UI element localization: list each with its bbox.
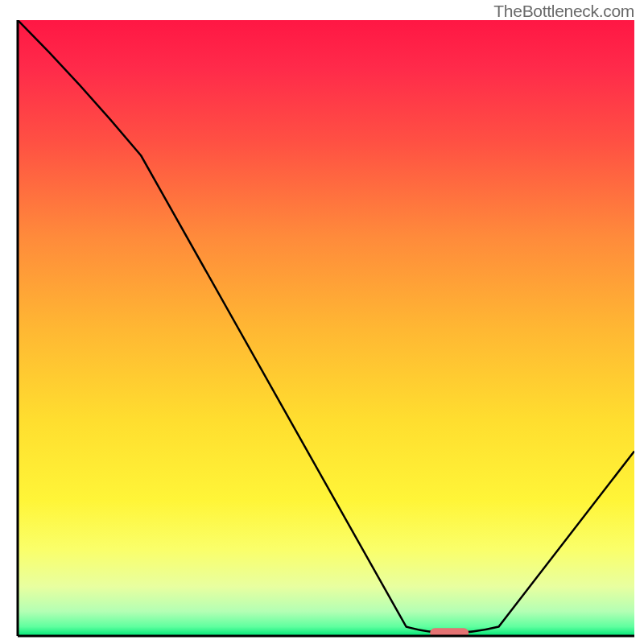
gradient-background bbox=[18, 20, 634, 636]
bottleneck-chart bbox=[0, 0, 644, 644]
chart-container: TheBottleneck.com bbox=[0, 0, 644, 644]
watermark-text: TheBottleneck.com bbox=[493, 2, 634, 21]
